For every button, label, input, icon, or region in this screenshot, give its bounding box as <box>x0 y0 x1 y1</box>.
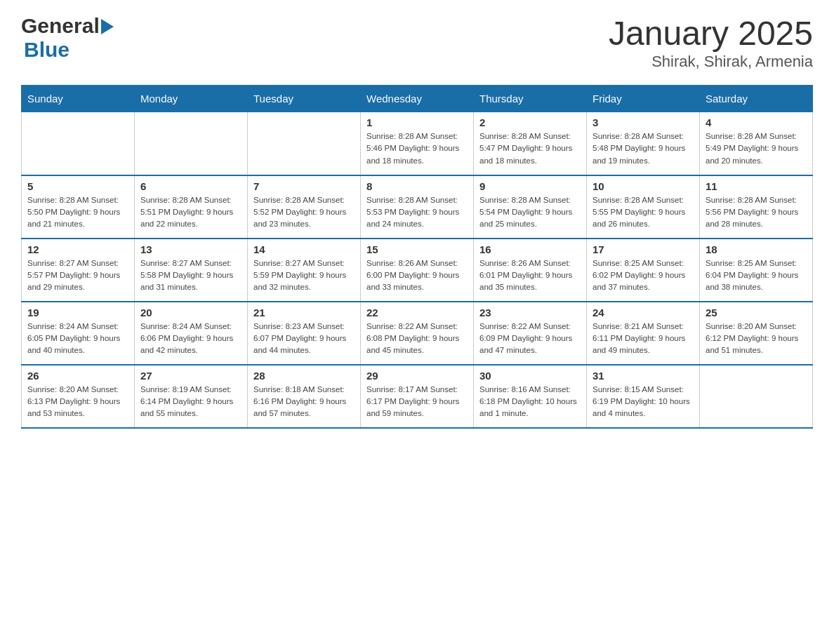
day-number: 16 <box>479 243 581 255</box>
logo-blue-text: Blue <box>24 38 70 61</box>
day-info: Sunrise: 8:22 AM Sunset: 6:09 PM Dayligh… <box>479 321 581 357</box>
calendar-cell: 19Sunrise: 8:24 AM Sunset: 6:05 PM Dayli… <box>22 302 135 365</box>
day-info: Sunrise: 8:24 AM Sunset: 6:06 PM Dayligh… <box>140 321 241 357</box>
calendar-cell <box>135 112 248 175</box>
day-info: Sunrise: 8:27 AM Sunset: 5:58 PM Dayligh… <box>140 257 241 294</box>
day-number: 2 <box>479 116 581 128</box>
day-info: Sunrise: 8:28 AM Sunset: 5:48 PM Dayligh… <box>593 130 694 167</box>
calendar-cell <box>700 365 813 428</box>
logo-general-text: General <box>21 14 100 38</box>
calendar-cell: 31Sunrise: 8:15 AM Sunset: 6:19 PM Dayli… <box>587 365 700 428</box>
day-info: Sunrise: 8:18 AM Sunset: 6:16 PM Dayligh… <box>253 384 355 420</box>
weekday-header-tuesday: Tuesday <box>248 86 361 112</box>
day-number: 23 <box>479 307 581 318</box>
day-info: Sunrise: 8:28 AM Sunset: 5:46 PM Dayligh… <box>366 130 468 167</box>
calendar-cell: 6Sunrise: 8:28 AM Sunset: 5:51 PM Daylig… <box>135 175 248 239</box>
day-info: Sunrise: 8:15 AM Sunset: 6:19 PM Dayligh… <box>593 384 694 420</box>
calendar-cell: 11Sunrise: 8:28 AM Sunset: 5:56 PM Dayli… <box>700 175 813 239</box>
calendar-cell: 8Sunrise: 8:28 AM Sunset: 5:53 PM Daylig… <box>361 175 474 239</box>
day-number: 19 <box>27 307 128 318</box>
weekday-header-monday: Monday <box>135 86 248 112</box>
calendar-table: SundayMondayTuesdayWednesdayThursdayFrid… <box>21 85 813 429</box>
logo: General Blue <box>21 14 114 62</box>
day-info: Sunrise: 8:19 AM Sunset: 6:14 PM Dayligh… <box>140 384 241 420</box>
day-number: 18 <box>706 243 807 255</box>
calendar-cell: 28Sunrise: 8:18 AM Sunset: 6:16 PM Dayli… <box>248 365 361 428</box>
day-info: Sunrise: 8:28 AM Sunset: 5:50 PM Dayligh… <box>27 194 128 231</box>
calendar-cell: 14Sunrise: 8:27 AM Sunset: 5:59 PM Dayli… <box>248 239 361 302</box>
day-number: 17 <box>593 243 694 255</box>
calendar-cell: 10Sunrise: 8:28 AM Sunset: 5:55 PM Dayli… <box>587 175 700 239</box>
day-info: Sunrise: 8:22 AM Sunset: 6:08 PM Dayligh… <box>366 321 468 357</box>
calendar-week-3: 12Sunrise: 8:27 AM Sunset: 5:57 PM Dayli… <box>22 239 813 302</box>
day-number: 20 <box>140 307 241 318</box>
logo-triangle-icon <box>101 19 114 34</box>
calendar-cell: 17Sunrise: 8:25 AM Sunset: 6:02 PM Dayli… <box>587 239 700 302</box>
calendar-cell: 21Sunrise: 8:23 AM Sunset: 6:07 PM Dayli… <box>248 302 361 365</box>
day-number: 27 <box>140 370 241 382</box>
day-info: Sunrise: 8:20 AM Sunset: 6:13 PM Dayligh… <box>27 384 128 420</box>
calendar-title: January 2025 <box>609 14 813 53</box>
day-info: Sunrise: 8:25 AM Sunset: 6:02 PM Dayligh… <box>593 257 694 294</box>
calendar-cell: 1Sunrise: 8:28 AM Sunset: 5:46 PM Daylig… <box>361 112 474 175</box>
day-info: Sunrise: 8:28 AM Sunset: 5:51 PM Dayligh… <box>140 194 241 231</box>
day-number: 15 <box>366 243 468 255</box>
day-number: 29 <box>366 370 468 382</box>
calendar-cell: 15Sunrise: 8:26 AM Sunset: 6:00 PM Dayli… <box>361 239 474 302</box>
day-number: 7 <box>253 180 355 192</box>
calendar-cell: 5Sunrise: 8:28 AM Sunset: 5:50 PM Daylig… <box>22 175 135 239</box>
day-info: Sunrise: 8:26 AM Sunset: 6:00 PM Dayligh… <box>366 257 468 294</box>
calendar-cell <box>22 112 135 175</box>
calendar-subtitle: Shirak, Shirak, Armenia <box>609 53 813 71</box>
day-number: 13 <box>140 243 241 255</box>
calendar-cell: 7Sunrise: 8:28 AM Sunset: 5:52 PM Daylig… <box>248 175 361 239</box>
day-number: 10 <box>593 180 694 192</box>
day-number: 4 <box>706 116 807 128</box>
calendar-cell: 18Sunrise: 8:25 AM Sunset: 6:04 PM Dayli… <box>700 239 813 302</box>
calendar-cell: 16Sunrise: 8:26 AM Sunset: 6:01 PM Dayli… <box>474 239 587 302</box>
day-number: 30 <box>479 370 581 382</box>
calendar-cell: 12Sunrise: 8:27 AM Sunset: 5:57 PM Dayli… <box>22 239 135 302</box>
day-info: Sunrise: 8:27 AM Sunset: 5:59 PM Dayligh… <box>253 257 355 294</box>
day-info: Sunrise: 8:16 AM Sunset: 6:18 PM Dayligh… <box>479 384 581 420</box>
weekday-header-friday: Friday <box>587 86 700 112</box>
page-header: General Blue January 2025 Shirak, Shirak… <box>21 14 813 71</box>
calendar-cell: 26Sunrise: 8:20 AM Sunset: 6:13 PM Dayli… <box>22 365 135 428</box>
calendar-week-4: 19Sunrise: 8:24 AM Sunset: 6:05 PM Dayli… <box>22 302 813 365</box>
day-number: 9 <box>479 180 581 192</box>
calendar-cell: 3Sunrise: 8:28 AM Sunset: 5:48 PM Daylig… <box>587 112 700 175</box>
calendar-body: 1Sunrise: 8:28 AM Sunset: 5:46 PM Daylig… <box>22 112 813 428</box>
day-info: Sunrise: 8:27 AM Sunset: 5:57 PM Dayligh… <box>27 257 128 294</box>
day-info: Sunrise: 8:28 AM Sunset: 5:54 PM Dayligh… <box>479 194 581 231</box>
day-info: Sunrise: 8:28 AM Sunset: 5:49 PM Dayligh… <box>706 130 807 167</box>
calendar-week-5: 26Sunrise: 8:20 AM Sunset: 6:13 PM Dayli… <box>22 365 813 428</box>
day-number: 1 <box>366 116 468 128</box>
day-number: 6 <box>140 180 241 192</box>
calendar-cell <box>248 112 361 175</box>
day-number: 8 <box>366 180 468 192</box>
day-info: Sunrise: 8:28 AM Sunset: 5:52 PM Dayligh… <box>253 194 355 231</box>
day-number: 21 <box>253 307 355 318</box>
calendar-cell: 9Sunrise: 8:28 AM Sunset: 5:54 PM Daylig… <box>474 175 587 239</box>
day-number: 31 <box>593 370 694 382</box>
day-info: Sunrise: 8:24 AM Sunset: 6:05 PM Dayligh… <box>27 321 128 357</box>
day-info: Sunrise: 8:26 AM Sunset: 6:01 PM Dayligh… <box>479 257 581 294</box>
day-number: 22 <box>366 307 468 318</box>
weekday-header-thursday: Thursday <box>474 86 587 112</box>
calendar-cell: 22Sunrise: 8:22 AM Sunset: 6:08 PM Dayli… <box>361 302 474 365</box>
weekday-header-sunday: Sunday <box>22 86 135 112</box>
day-number: 14 <box>253 243 355 255</box>
title-section: January 2025 Shirak, Shirak, Armenia <box>609 14 813 71</box>
day-number: 26 <box>27 370 128 382</box>
day-info: Sunrise: 8:28 AM Sunset: 5:55 PM Dayligh… <box>593 194 694 231</box>
day-number: 5 <box>27 180 128 192</box>
day-number: 28 <box>253 370 355 382</box>
day-info: Sunrise: 8:17 AM Sunset: 6:17 PM Dayligh… <box>366 384 468 420</box>
day-number: 25 <box>706 307 807 318</box>
calendar-week-2: 5Sunrise: 8:28 AM Sunset: 5:50 PM Daylig… <box>22 175 813 239</box>
day-number: 11 <box>706 180 807 192</box>
calendar-cell: 25Sunrise: 8:20 AM Sunset: 6:12 PM Dayli… <box>700 302 813 365</box>
weekday-header-saturday: Saturday <box>700 86 813 112</box>
weekday-header-row: SundayMondayTuesdayWednesdayThursdayFrid… <box>22 86 813 112</box>
calendar-week-1: 1Sunrise: 8:28 AM Sunset: 5:46 PM Daylig… <box>22 112 813 175</box>
